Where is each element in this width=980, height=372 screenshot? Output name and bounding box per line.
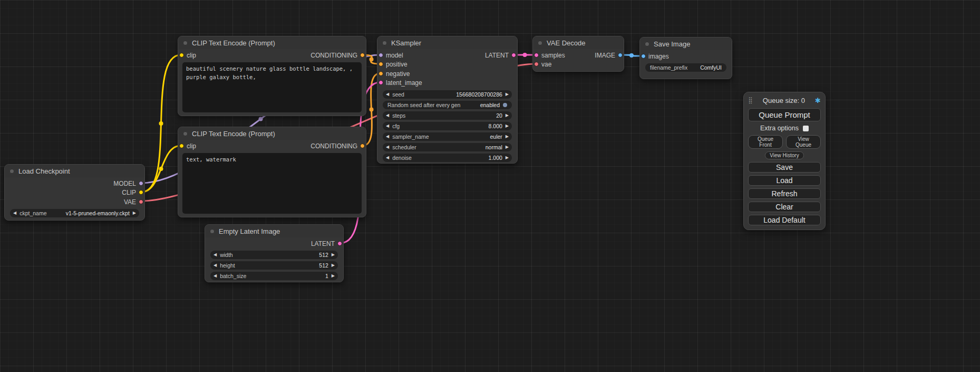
node-clip-text-encode-negative[interactable]: CLIP Text Encode (Prompt)clipCONDITIONIN… [178, 127, 366, 217]
decrement-arrow[interactable]: ◀ [383, 122, 392, 130]
graph-canvas[interactable]: Load CheckpointMODELCLIPVAE◀ckpt_namev1-… [0, 0, 980, 372]
widget-value: 8.000 [489, 123, 502, 129]
collapse-dot[interactable] [382, 41, 387, 45]
input-dot[interactable] [379, 71, 383, 76]
node-save-image[interactable]: Save Imageimagesfilename_prefixComfyUI [639, 37, 732, 79]
increment-arrow[interactable]: ▶ [502, 143, 512, 151]
decrement-arrow[interactable]: ◀ [10, 209, 20, 217]
node-titlebar[interactable]: Save Image [640, 37, 732, 50]
queue-prompt-button[interactable]: Queue Prompt [748, 108, 821, 121]
node-titlebar[interactable]: CLIP Text Encode (Prompt) [178, 36, 366, 49]
widget-label: steps [392, 112, 405, 119]
input-dot[interactable] [379, 62, 383, 66]
collapse-dot[interactable] [645, 42, 649, 46]
view-history-button[interactable]: View History [765, 151, 803, 159]
node-layer: Load CheckpointMODELCLIPVAE◀ckpt_namev1-… [0, 0, 980, 372]
view-queue-button[interactable]: View Queue [786, 135, 821, 149]
collapse-dot[interactable] [210, 229, 215, 234]
node-titlebar[interactable]: Empty Latent Image [205, 225, 343, 237]
output-dot[interactable] [511, 53, 516, 58]
widget-ckpt-name[interactable]: ◀ckpt_namev1-5-pruned-emaonly.ckpt▶ [10, 209, 139, 217]
clear-button[interactable]: Clear [748, 202, 821, 212]
input-dot[interactable] [534, 62, 539, 66]
output-dot[interactable] [360, 144, 365, 148]
node-empty-latent-image[interactable]: Empty Latent ImageLATENT◀width512▶◀heigh… [205, 224, 344, 282]
queue-menu: ⣿ Queue size: 0 ✱ Queue Prompt Extra opt… [743, 92, 826, 230]
toggle-dot[interactable] [503, 103, 507, 107]
input-dot[interactable] [641, 54, 646, 59]
prompt-textarea[interactable] [182, 62, 362, 112]
slot-label: LATENT [311, 240, 335, 247]
increment-arrow[interactable]: ▶ [130, 209, 139, 217]
widget-height[interactable]: ◀height512▶ [210, 261, 338, 270]
increment-arrow[interactable]: ▶ [502, 90, 512, 99]
node-titlebar[interactable]: CLIP Text Encode (Prompt) [178, 127, 366, 140]
load-default-button[interactable]: Load Default [748, 215, 821, 225]
increment-arrow[interactable]: ▶ [502, 122, 512, 130]
increment-arrow[interactable]: ▶ [328, 261, 338, 270]
input-slot-positive: positive [377, 60, 517, 69]
node-title: Load Checkpoint [18, 167, 70, 175]
output-slot-model: MODEL [5, 179, 144, 188]
widget-label: Random seed after every gen [387, 102, 460, 108]
decrement-arrow[interactable]: ◀ [383, 154, 392, 162]
node-load-checkpoint[interactable]: Load CheckpointMODELCLIPVAE◀ckpt_namev1-… [4, 164, 145, 221]
output-dot[interactable] [618, 53, 623, 58]
node-title: VAE Decode [547, 39, 585, 47]
output-dot[interactable] [139, 199, 143, 204]
widget-sampler-name[interactable]: ◀sampler_nameeuler▶ [383, 132, 512, 141]
widget-value: 1.000 [489, 155, 502, 161]
widget-width[interactable]: ◀width512▶ [210, 251, 338, 259]
load-button[interactable]: Load [748, 175, 821, 186]
widget-cfg[interactable]: ◀cfg8.000▶ [383, 122, 512, 130]
output-dot[interactable] [139, 181, 143, 186]
drag-handle-icon[interactable]: ⣿ [748, 97, 753, 104]
widget-batch-size[interactable]: ◀batch_size1▶ [210, 272, 338, 280]
increment-arrow[interactable]: ▶ [502, 154, 512, 162]
node-ksampler[interactable]: KSamplermodelpositivenegativelatent_imag… [377, 36, 518, 164]
widget-seed[interactable]: ◀seed156680208700286▶ [383, 90, 512, 99]
decrement-arrow[interactable]: ◀ [210, 261, 220, 270]
widget-label: scheduler [392, 144, 416, 150]
collapse-dot[interactable] [183, 41, 188, 45]
output-slot-image: IMAGE [533, 51, 624, 60]
queue-front-button[interactable]: Queue Front [748, 135, 783, 149]
input-slot-negative: negative [377, 70, 517, 78]
collapse-dot[interactable] [183, 131, 188, 136]
decrement-arrow[interactable]: ◀ [210, 272, 220, 280]
node-clip-text-encode-positive[interactable]: CLIP Text Encode (Prompt)clipCONDITIONIN… [178, 36, 366, 116]
widget-steps[interactable]: ◀steps20▶ [383, 111, 512, 120]
output-dot[interactable] [139, 190, 143, 195]
increment-arrow[interactable]: ▶ [328, 251, 338, 259]
output-dot[interactable] [360, 53, 365, 58]
widget-scheduler[interactable]: ◀schedulernormal▶ [383, 143, 512, 151]
widget-denoise[interactable]: ◀denoise1.000▶ [383, 154, 512, 162]
decrement-arrow[interactable]: ◀ [383, 143, 392, 151]
decrement-arrow[interactable]: ◀ [383, 90, 392, 99]
collapse-dot[interactable] [9, 169, 14, 174]
node-titlebar[interactable]: Load Checkpoint [5, 165, 144, 177]
extra-options-checkbox[interactable] [803, 126, 809, 131]
output-dot[interactable] [337, 241, 342, 246]
widget-label: height [220, 262, 235, 269]
slot-label: vae [541, 61, 551, 68]
save-button[interactable]: Save [748, 162, 821, 173]
collapse-dot[interactable] [538, 41, 542, 45]
node-titlebar[interactable]: KSampler [377, 36, 517, 49]
widget-random-seed-after-every-gen[interactable]: Random seed after every genenabled [383, 101, 512, 109]
decrement-arrow[interactable]: ◀ [210, 251, 220, 259]
prompt-textarea[interactable] [182, 153, 362, 214]
widget-label: denoise [392, 155, 412, 161]
widget-filename-prefix[interactable]: filename_prefixComfyUI [645, 63, 726, 72]
refresh-button[interactable]: Refresh [748, 188, 821, 199]
settings-gear-icon[interactable]: ✱ [815, 97, 821, 104]
decrement-arrow[interactable]: ◀ [383, 111, 392, 120]
increment-arrow[interactable]: ▶ [502, 111, 512, 120]
decrement-arrow[interactable]: ◀ [383, 132, 392, 141]
node-titlebar[interactable]: VAE Decode [533, 36, 624, 49]
increment-arrow[interactable]: ▶ [328, 272, 338, 280]
node-vae-decode[interactable]: VAE DecodesamplesvaeIMAGE [532, 36, 624, 72]
widget-value: 20 [496, 112, 502, 119]
input-dot[interactable] [379, 80, 383, 85]
increment-arrow[interactable]: ▶ [502, 132, 512, 141]
